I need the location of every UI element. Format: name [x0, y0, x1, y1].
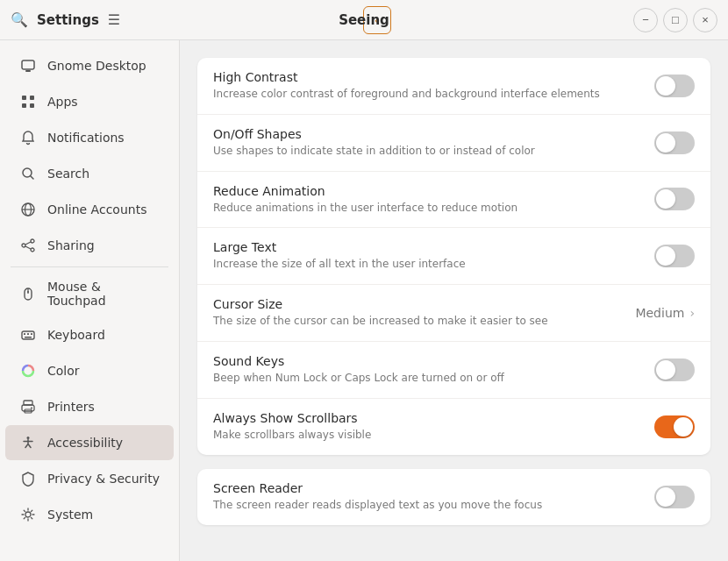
sound-keys-row: Sound Keys Beep when Num Lock or Caps Lo…	[197, 342, 710, 399]
svg-rect-1	[25, 70, 31, 72]
main-settings-group: High Contrast Increase color contrast of…	[197, 58, 710, 455]
titlebar: 🔍 Settings ☰ ‹ Seeing − □ ×	[0, 0, 728, 40]
always-show-scrollbars-control	[654, 415, 695, 438]
sidebar-item-online-accounts[interactable]: Online Accounts	[5, 192, 174, 227]
apps-icon	[19, 93, 37, 110]
svg-rect-18	[27, 333, 29, 335]
sidebar-label-privacy-security: Privacy & Security	[47, 472, 160, 486]
svg-point-11	[22, 244, 25, 247]
reduce-animation-toggle[interactable]	[654, 188, 695, 210]
maximize-button[interactable]: □	[663, 8, 688, 32]
large-text-toggle-knob	[656, 246, 675, 266]
sidebar-label-online-accounts: Online Accounts	[47, 202, 146, 217]
sidebar-divider-1	[11, 266, 168, 267]
sidebar-label-accessibility: Accessibility	[47, 436, 123, 450]
large-text-toggle[interactable]	[654, 245, 695, 267]
page-title: Seeing	[339, 12, 389, 28]
large-text-title: Large Text	[213, 240, 640, 254]
on-off-shapes-toggle-knob	[656, 133, 675, 153]
screen-reader-title: Screen Reader	[213, 481, 640, 495]
on-off-shapes-text: On/Off Shapes Use shapes to indicate sta…	[213, 127, 640, 159]
sidebar-label-color: Color	[47, 364, 80, 378]
svg-point-15	[27, 291, 29, 293]
sidebar-item-accessibility[interactable]: Accessibility	[5, 425, 174, 460]
always-show-scrollbars-row: Always Show Scrollbars Make scrollbars a…	[197, 399, 710, 455]
titlebar-menu-icon[interactable]: ☰	[108, 11, 120, 28]
sidebar-item-sharing[interactable]: Sharing	[5, 228, 174, 263]
sidebar-label-keyboard: Keyboard	[47, 328, 105, 342]
system-icon	[19, 506, 37, 523]
cursor-size-desc: The size of the cursor can be increased …	[213, 314, 621, 329]
high-contrast-row: High Contrast Increase color contrast of…	[197, 58, 710, 115]
on-off-shapes-row: On/Off Shapes Use shapes to indicate sta…	[197, 115, 710, 172]
sidebar-item-gnome-desktop[interactable]: Gnome Desktop	[5, 48, 174, 83]
always-show-scrollbars-toggle[interactable]	[654, 415, 695, 438]
sidebar-label-gnome-desktop: Gnome Desktop	[47, 59, 146, 73]
close-button[interactable]: ×	[693, 8, 717, 32]
cursor-size-row[interactable]: Cursor Size The size of the cursor can b…	[197, 285, 710, 342]
high-contrast-toggle[interactable]	[654, 75, 695, 97]
svg-point-12	[31, 248, 34, 252]
sound-keys-desc: Beep when Num Lock or Caps Lock are turn…	[213, 371, 640, 386]
sidebar-item-privacy-security[interactable]: Privacy & Security	[5, 461, 174, 496]
svg-rect-20	[25, 337, 32, 338]
search-icon	[19, 165, 37, 182]
sidebar-item-system[interactable]: System	[5, 497, 174, 532]
on-off-shapes-control	[654, 131, 695, 154]
titlebar-search-icon[interactable]: 🔍	[11, 11, 28, 28]
desktop-icon	[19, 57, 37, 75]
large-text-text: Large Text Increase the size of all text…	[213, 240, 640, 272]
reduce-animation-control	[654, 188, 695, 210]
cursor-size-control[interactable]: Medium ›	[635, 306, 695, 320]
notifications-icon	[19, 129, 37, 146]
sidebar-label-sharing: Sharing	[47, 238, 95, 252]
screen-reader-desc: The screen reader reads displayed text a…	[213, 498, 640, 513]
printer-icon	[19, 398, 37, 415]
large-text-row: Large Text Increase the size of all text…	[197, 228, 710, 285]
screen-reader-toggle-knob	[656, 487, 675, 507]
color-icon	[19, 362, 37, 380]
large-text-control	[654, 245, 695, 267]
sidebar-label-apps: Apps	[47, 95, 78, 109]
on-off-shapes-toggle[interactable]	[654, 131, 695, 154]
keyboard-icon	[19, 326, 37, 344]
high-contrast-toggle-knob	[656, 76, 675, 96]
content-area: High Contrast Increase color contrast of…	[180, 40, 728, 561]
sidebar-item-keyboard[interactable]: Keyboard	[5, 317, 174, 352]
always-show-scrollbars-toggle-knob	[674, 417, 693, 437]
svg-point-10	[31, 239, 34, 243]
window-controls: − □ ×	[633, 8, 717, 32]
sidebar-item-color[interactable]: Color	[5, 353, 174, 388]
high-contrast-title: High Contrast	[213, 70, 640, 84]
sidebar-item-apps[interactable]: Apps	[5, 84, 174, 119]
cursor-size-title: Cursor Size	[213, 297, 621, 311]
sidebar-item-search[interactable]: Search	[5, 156, 174, 191]
sidebar-label-printers: Printers	[47, 400, 95, 414]
sound-keys-toggle[interactable]	[654, 359, 695, 381]
on-off-shapes-title: On/Off Shapes	[213, 127, 640, 141]
screen-reader-toggle[interactable]	[654, 486, 695, 508]
svg-rect-0	[22, 60, 34, 69]
sidebar-item-printers[interactable]: Printers	[5, 389, 174, 424]
svg-rect-22	[24, 401, 32, 405]
sidebar-label-system: System	[47, 508, 93, 522]
svg-rect-5	[30, 103, 34, 108]
sidebar: Gnome Desktop Apps Notifications	[0, 40, 180, 561]
minimize-button[interactable]: −	[633, 8, 658, 32]
svg-point-25	[31, 408, 32, 409]
high-contrast-desc: Increase color contrast of foreground an…	[213, 87, 640, 102]
svg-rect-19	[31, 333, 32, 335]
sound-keys-toggle-knob	[656, 360, 675, 380]
sidebar-item-mouse-touchpad[interactable]: Mouse & Touchpad	[5, 271, 174, 316]
sound-keys-text: Sound Keys Beep when Num Lock or Caps Lo…	[213, 354, 640, 386]
sharing-icon	[19, 237, 37, 254]
sound-keys-title: Sound Keys	[213, 354, 640, 368]
online-accounts-icon	[19, 201, 37, 218]
sidebar-item-notifications[interactable]: Notifications	[5, 120, 174, 155]
titlebar-left: 🔍 Settings ☰	[11, 11, 120, 28]
svg-rect-4	[22, 103, 26, 108]
always-show-scrollbars-desc: Make scrollbars always visible	[213, 428, 640, 443]
cursor-size-text: Cursor Size The size of the cursor can b…	[213, 297, 621, 329]
sidebar-label-notifications: Notifications	[47, 131, 125, 145]
svg-point-27	[25, 512, 31, 517]
